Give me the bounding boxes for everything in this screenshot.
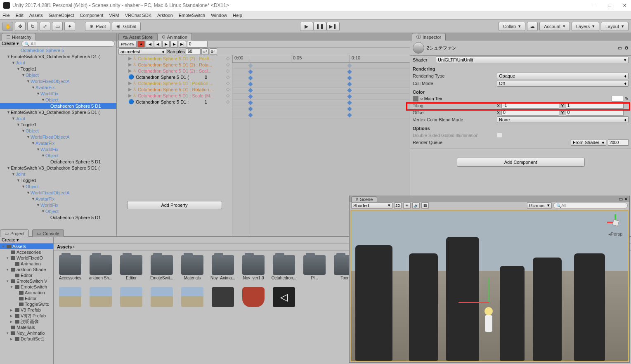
hierarchy-item[interactable]: ▼Joint [0,115,116,121]
tiling-x-input[interactable] [501,102,559,109]
menu-window[interactable]: Window [211,13,227,18]
menu-component[interactable]: Component [80,13,103,18]
project-tree-item[interactable]: ▼Noy_Animatio [0,330,53,336]
keyframe-lane[interactable] [232,100,410,106]
create-dropdown[interactable]: Create ▾ [2,41,19,46]
minimize-button[interactable]: — [591,3,598,8]
add-keyframe-button[interactable]: ◇⁺ [201,48,209,55]
light-toggle[interactable]: ☀ [403,202,411,209]
project-tree-item[interactable]: ▼EmoteSwitch [0,284,53,290]
hierarchy-item[interactable]: ▼WorldFix [0,202,116,208]
inspector-tab[interactable]: ⓘ Inspector [412,33,446,40]
hierarchy-item[interactable]: ▼WorldFixedObjectA [0,189,116,196]
hierarchy-search-input[interactable]: 🔍All [21,41,115,47]
layout-dropdown[interactable]: Layout ▾ [601,22,629,31]
project-tab[interactable]: ▭ Project [0,229,29,237]
play-button[interactable]: ▶ [300,22,313,31]
keyframe-lane[interactable] [232,69,410,75]
rotate-tool-button[interactable]: ↻ [27,22,38,31]
scene-search-input[interactable]: 🔍All [553,203,628,208]
record-button[interactable]: ● [137,41,145,47]
project-tree-item[interactable]: Materials [0,324,53,330]
rect-tool-button[interactable]: ▭ [52,22,63,31]
cloud-button[interactable]: ☁ [527,22,538,31]
menu-gameobject[interactable]: GameObject [49,13,74,18]
pause-button[interactable]: ❚❚ [313,22,326,31]
last-frame-button[interactable]: ▶| [179,41,186,47]
asset-item[interactable]: ◁ [272,287,296,308]
layers-dropdown[interactable]: Layers ▾ [572,22,599,31]
project-tree-item[interactable]: ▶DefaultSet1 [0,336,53,342]
project-tree-item[interactable]: ▶V3[2] Prefab [0,313,53,319]
hierarchy-item[interactable]: ▼Toggle1 [0,121,116,128]
keyframe-lane[interactable] [232,106,410,112]
asset-item[interactable]: EmoteSwit... [149,255,174,281]
transform-tool-button[interactable]: ✦ [64,22,75,31]
keyframe-lane[interactable] [232,81,410,87]
vcbm-dropdown[interactable]: None♦ [497,116,629,123]
step-button[interactable]: ▶❚ [326,22,340,31]
hierarchy-tab[interactable]: ☰ Hierarchy [2,33,36,40]
asset-item[interactable] [149,287,174,308]
asset-item[interactable]: Noy_ver1.0 [241,255,266,281]
asset-item[interactable]: Accessories [58,255,83,281]
global-toggle[interactable]: ◉ Global [112,22,141,31]
menu-vrchat sdk[interactable]: VRChat SDK [125,13,151,18]
rendering-type-dropdown[interactable]: Opaque♦ [497,73,629,79]
hierarchy-item[interactable]: ▼WorldFixedObjectA [0,78,116,84]
keyframe-lane[interactable] [232,112,410,118]
hierarchy-item[interactable]: ▼Object [0,208,116,214]
account-dropdown[interactable]: Account ▾ [539,22,570,31]
hierarchy-item[interactable]: Octahedron Sphere 5 [0,47,116,53]
project-tree-item[interactable]: ▶説明画像 [0,319,53,324]
asset-item[interactable]: Materials [180,255,205,281]
animation-property[interactable]: 🔵Octahedron Sphere 5 D1 (0◇ [117,74,232,80]
asset-item[interactable] [58,287,83,308]
samples-field[interactable]: 60 [186,48,201,55]
menu-file[interactable]: File [2,13,10,18]
hierarchy-item[interactable]: ▼Object [0,72,116,78]
shader-dropdown[interactable]: UniGLTF/UniUnlit▾ [436,57,629,63]
y-axis-gizmo[interactable] [488,278,489,303]
move-tool-button[interactable]: ✥ [15,22,26,31]
asset-item[interactable] [119,287,144,308]
keyframe-lane[interactable] [232,75,410,81]
eyedropper-icon[interactable]: ✎ [625,96,629,102]
first-frame-button[interactable]: |◀ [146,41,153,47]
menu-assets[interactable]: Assets [29,13,43,18]
menu-arktoon[interactable]: Arktoon [157,13,173,18]
scene-tab[interactable]: # Scene [351,196,377,202]
material-settings-icon[interactable]: ⚙ [624,45,629,51]
add-property-button[interactable]: Add Property [127,201,222,209]
menu-emoteswitch[interactable]: EmoteSwitch [179,13,205,18]
texture-slot-icon[interactable] [413,96,418,102]
collab-dropdown[interactable]: Collab ▾ [499,22,525,31]
asset-store-tab[interactable]: 🛍 Asset Store [118,33,157,40]
project-tree-item[interactable]: Animation [0,290,53,295]
close-button[interactable]: ✕ [621,3,628,8]
menu-edit[interactable]: Edit [16,13,24,18]
clip-dropdown[interactable]: animetest♦ [118,48,166,55]
cull-mode-dropdown[interactable]: Off♦ [497,80,629,87]
asset-item[interactable]: arktoon Sh... [88,255,113,281]
hierarchy-item[interactable]: ▼Toggle1 [0,177,116,183]
hierarchy-item[interactable]: Octahedron Sphere 5 D1 [0,103,116,109]
scale-tool-button[interactable]: ⤢ [40,22,50,31]
hierarchy-item[interactable]: ▼EmoteSwitch V3_Octahedron Sphere 5 D1 ( [0,109,116,115]
animation-property[interactable]: ▶⅄Octahedron Sphere 5 D1 (2) : Rota...◇ [117,61,232,68]
hierarchy-item[interactable]: ▼AvatarFix [0,140,116,146]
project-tree-item[interactable]: Accessories [0,249,53,255]
project-tree-item[interactable]: ToggleSwitc [0,301,53,307]
project-tree-item[interactable]: Animation [0,261,53,267]
offset-x-input[interactable] [501,109,559,116]
color-swatch[interactable] [612,96,623,102]
orientation-gizmo[interactable]: ◂Persp [607,214,624,237]
menu-help[interactable]: Help [233,13,242,18]
project-tree-item[interactable]: ▼EmoteSwitch V [0,278,53,284]
next-frame-button[interactable]: ▶ [170,41,178,47]
hierarchy-item[interactable]: ▼EmoteSwitch V3_Octahedron Sphere 5 D1 ( [0,53,116,59]
add-event-button[interactable]: ⊕⁺ [210,48,217,55]
project-tree-item[interactable]: Editor [0,295,53,301]
frame-field[interactable]: 0 [187,41,208,47]
animation-property[interactable]: ▶⅄Octahedron Sphere 5 D1 : Scale (M...◇ [117,92,232,99]
